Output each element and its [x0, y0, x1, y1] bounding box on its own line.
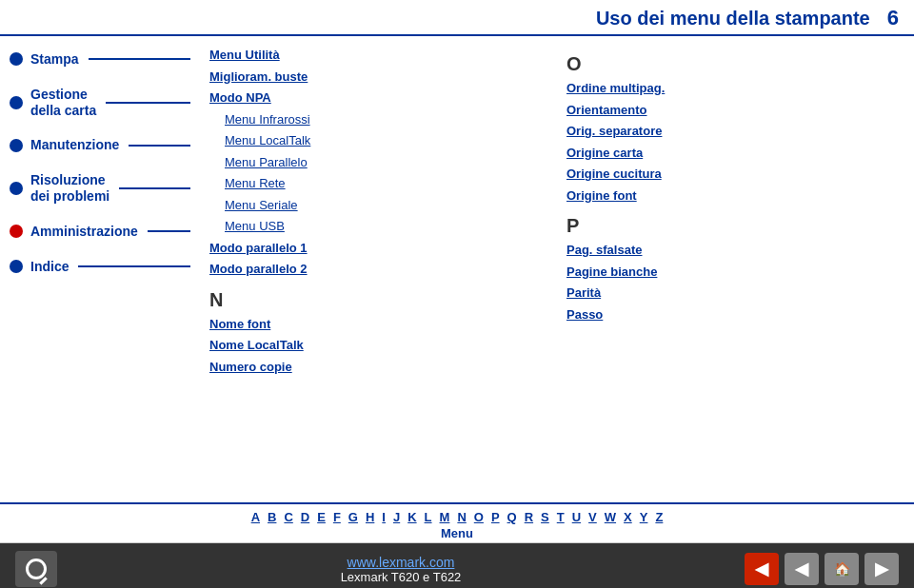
alpha-letter-v[interactable]: V [586, 510, 600, 524]
sidebar-label-indice: Indice [30, 259, 69, 275]
menu-item-13[interactable]: Nome LocalTalk [209, 336, 547, 355]
sidebar-label-risoluzione: Risoluzione [30, 172, 109, 188]
alpha-letter-q[interactable]: Q [505, 510, 520, 524]
menu-item-8[interactable]: Menu USB [209, 217, 547, 236]
alpha-letter-e[interactable]: E [314, 510, 328, 524]
menu-item-9[interactable]: Pagine bianche [566, 263, 904, 282]
sidebar-item-manutenzione[interactable]: Manutenzione [10, 131, 190, 159]
menu-item-1[interactable]: Miglioram. buste [209, 68, 547, 87]
sidebar-dot-indice [10, 260, 23, 273]
sidebar-dot-gestione [10, 96, 23, 109]
alphabet-bar: ABCDEFGHIJKLMNOPQRSTUVWXYZ Menu [0, 502, 914, 543]
nav-next-button[interactable]: ▶ [864, 553, 899, 585]
menu-item-10[interactable]: Parità [566, 284, 904, 303]
menu-item-5[interactable]: Menu Parallelo [209, 153, 547, 172]
search-button[interactable] [15, 551, 57, 587]
menu-item-3[interactable]: Orig. separatore [566, 122, 904, 141]
alpha-letter-h[interactable]: H [363, 510, 377, 524]
sidebar-dot-stampa [10, 52, 23, 66]
sidebar-label-stampa: Stampa [30, 51, 79, 68]
sidebar-line-manutenzione [129, 145, 190, 147]
alpha-letter-i[interactable]: I [379, 510, 388, 524]
nav-home-button[interactable]: 🏠 [825, 553, 859, 585]
alphabet-menu-label: Menu [441, 526, 473, 540]
alpha-letter-b[interactable]: B [265, 510, 279, 524]
alpha-letter-l[interactable]: L [422, 510, 435, 524]
alpha-letter-m[interactable]: M [437, 510, 453, 524]
content-col1: Menu UtilitàMiglioram. busteModo NPAMenu… [209, 46, 547, 502]
menu-item-0[interactable]: Menu Utilità [209, 46, 547, 65]
main-layout: StampaGestionedella cartaManutenzioneRis… [0, 36, 914, 502]
sidebar-line-indice [78, 265, 190, 267]
menu-item-8[interactable]: Pag. sfalsate [566, 241, 904, 260]
sidebar-line-amministrazione [148, 230, 190, 232]
sidebar-item-gestione[interactable]: Gestionedella carta [10, 81, 190, 125]
alpha-letter-c[interactable]: C [281, 510, 295, 524]
alpha-letter-n[interactable]: N [454, 510, 468, 524]
menu-item-4[interactable]: Origine carta [566, 144, 904, 163]
sidebar-line-gestione [106, 102, 190, 104]
sidebar-item-indice[interactable]: Indice [10, 253, 190, 281]
menu-item-11[interactable]: Passo [566, 305, 904, 324]
alpha-letter-o[interactable]: O [471, 510, 487, 524]
alpha-letter-w[interactable]: W [602, 510, 619, 524]
footer-model: Lexmark T620 e T622 [341, 570, 462, 584]
header-title: Uso dei menu della stampante [596, 8, 870, 29]
sidebar-label2-risoluzione: dei problemi [30, 188, 109, 205]
alpha-letter-p[interactable]: P [488, 510, 503, 524]
header: Uso dei menu della stampante 6 [0, 0, 914, 36]
menu-item-3[interactable]: Menu Infrarossi [209, 110, 547, 129]
footer: www.lexmark.com Lexmark T620 e T622 ◀ ◀ … [0, 543, 914, 588]
alpha-letter-f[interactable]: F [330, 510, 344, 524]
alpha-letter-a[interactable]: A [248, 510, 263, 524]
sidebar-label-manutenzione: Manutenzione [30, 137, 119, 153]
content-col2: OOrdine multipag.OrientamentoOrig. separ… [566, 46, 904, 502]
alpha-letter-t[interactable]: T [554, 510, 567, 524]
alphabet-letters: ABCDEFGHIJKLMNOPQRSTUVWXYZ [248, 510, 666, 524]
footer-link[interactable]: www.lexmark.com [348, 555, 455, 570]
alpha-letter-j[interactable]: J [390, 510, 403, 524]
alpha-letter-k[interactable]: K [405, 510, 419, 524]
menu-item-7[interactable]: Menu Seriale [209, 196, 547, 215]
section-n: N [209, 289, 547, 311]
sidebar-line-stampa [89, 58, 190, 60]
menu-item-2[interactable]: Orientamento [566, 101, 904, 120]
alpha-letter-r[interactable]: R [522, 510, 536, 524]
menu-item-6[interactable]: Menu Rete [209, 174, 547, 193]
alpha-letter-g[interactable]: G [346, 510, 361, 524]
alpha-letter-y[interactable]: Y [637, 510, 651, 524]
alpha-letter-x[interactable]: X [621, 510, 635, 524]
alpha-letter-z[interactable]: Z [652, 510, 666, 524]
sidebar-label2-gestione: della carta [30, 103, 96, 119]
menu-item-6[interactable]: Origine font [566, 186, 904, 206]
sidebar-item-amministrazione[interactable]: Amministrazione [10, 218, 190, 245]
section-o: O [566, 53, 904, 75]
alpha-letter-d[interactable]: D [298, 510, 312, 524]
search-icon [26, 559, 47, 579]
nav-prev-button[interactable]: ◀ [785, 553, 819, 585]
menu-item-10[interactable]: Modo parallelo 2 [209, 260, 547, 279]
sidebar-item-risoluzione[interactable]: Risoluzionedei problemi [10, 167, 190, 210]
sidebar: StampaGestionedella cartaManutenzioneRis… [0, 36, 190, 502]
menu-item-9[interactable]: Modo parallelo 1 [209, 239, 547, 258]
sidebar-label-amministrazione: Amministrazione [30, 224, 138, 240]
sidebar-dot-risoluzione [10, 182, 23, 195]
alpha-letter-u[interactable]: U [569, 510, 584, 524]
sidebar-item-stampa[interactable]: Stampa [10, 46, 190, 73]
footer-center: www.lexmark.com Lexmark T620 e T622 [341, 555, 462, 584]
alpha-letter-s[interactable]: S [538, 510, 552, 524]
menu-item-5[interactable]: Origine cucitura [566, 165, 904, 184]
menu-item-1[interactable]: Ordine multipag. [566, 79, 904, 98]
menu-item-12[interactable]: Nome font [209, 315, 547, 334]
nav-back-button[interactable]: ◀ [745, 553, 779, 585]
sidebar-dot-amministrazione [10, 225, 23, 238]
footer-nav: ◀ ◀ 🏠 ▶ [745, 553, 899, 585]
menu-item-4[interactable]: Menu LocalTalk [209, 131, 547, 150]
menu-item-2[interactable]: Modo NPA [209, 88, 547, 108]
sidebar-line-risoluzione [119, 187, 190, 189]
header-page: 6 [887, 6, 899, 30]
sidebar-label-gestione: Gestione [30, 87, 96, 103]
content-area: Menu UtilitàMiglioram. busteModo NPAMenu… [190, 36, 914, 502]
menu-item-14[interactable]: Numero copie [209, 358, 547, 377]
section-p: P [566, 215, 904, 237]
